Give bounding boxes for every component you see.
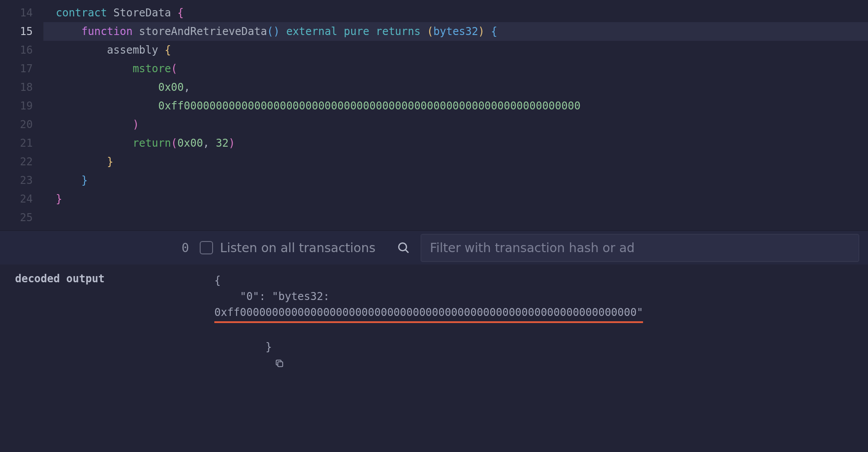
code-token: } — [81, 174, 88, 187]
code-line[interactable]: contract StoreData { — [43, 4, 868, 22]
decoded-output-body: { "0": "bytes32: 0xff0000000000000000000… — [214, 273, 853, 387]
code-token: StoreData — [113, 7, 171, 19]
code-token: returns — [376, 25, 420, 38]
code-token — [56, 100, 158, 112]
code-token: function — [81, 25, 133, 38]
code-token: 0xff000000000000000000000000000000000000… — [158, 100, 581, 112]
svg-point-0 — [399, 243, 407, 251]
code-token — [56, 137, 132, 149]
panel-toolbar: 0 Listen on all transactions — [0, 231, 868, 265]
code-token: { — [491, 25, 497, 38]
code-token — [132, 25, 139, 38]
listen-all-checkbox-wrap[interactable]: Listen on all transactions — [200, 241, 376, 255]
code-token — [337, 25, 344, 38]
code-line[interactable] — [43, 208, 868, 227]
code-token: ) — [478, 25, 484, 38]
line-number: 21 — [0, 134, 43, 152]
code-line[interactable]: function storeAndRetrieveData() external… — [43, 22, 868, 41]
code-token: return — [132, 137, 171, 149]
code-token — [56, 156, 107, 168]
code-editor[interactable]: 141516171819202122232425 contract StoreD… — [0, 0, 868, 230]
filter-input[interactable] — [421, 234, 859, 262]
code-token — [56, 25, 81, 38]
code-line[interactable]: } — [43, 171, 868, 190]
code-token: assembly — [107, 44, 159, 56]
code-token: 32 — [216, 137, 229, 149]
code-token: ( — [427, 25, 433, 38]
output-brace-close: } — [214, 323, 853, 387]
code-token: } — [56, 193, 62, 205]
code-token: mstore — [132, 62, 171, 75]
line-number: 23 — [0, 171, 43, 190]
transaction-count: 0 — [182, 241, 189, 255]
copy-icon[interactable] — [275, 358, 284, 368]
line-number: 20 — [0, 115, 43, 134]
line-number: 25 — [0, 208, 43, 227]
code-token: ) — [273, 25, 279, 38]
code-token: ( — [171, 137, 177, 149]
svg-rect-2 — [278, 362, 283, 366]
code-token: 0x00 — [178, 137, 203, 149]
code-token — [56, 44, 107, 56]
line-number: 24 — [0, 190, 43, 208]
output-value-line: 0xff000000000000000000000000000000000000… — [214, 304, 853, 323]
code-token — [209, 137, 216, 149]
code-token: external — [286, 25, 337, 38]
decoded-output-section: decoded output { "0": "bytes32: 0xff0000… — [0, 265, 868, 405]
code-token — [56, 81, 158, 94]
code-token — [56, 118, 132, 131]
code-token: storeAndRetrieveData — [139, 25, 267, 38]
code-token: , — [184, 81, 190, 94]
line-number: 14 — [0, 4, 43, 22]
code-token — [421, 25, 427, 38]
code-line[interactable]: assembly { — [43, 41, 868, 59]
line-number: 19 — [0, 97, 43, 115]
code-token: ( — [267, 25, 273, 38]
line-number-gutter: 141516171819202122232425 — [0, 0, 43, 230]
code-token — [484, 25, 491, 38]
code-token: ( — [171, 62, 177, 75]
code-area[interactable]: contract StoreData { function storeAndRe… — [43, 0, 868, 230]
line-number: 16 — [0, 41, 43, 59]
listen-all-label: Listen on all transactions — [220, 241, 376, 255]
code-token: ) — [229, 137, 235, 149]
code-token: { — [178, 7, 184, 19]
code-token — [280, 25, 286, 38]
code-token — [56, 62, 132, 75]
code-line[interactable]: 0xff000000000000000000000000000000000000… — [43, 97, 868, 115]
output-close-brace-text: } — [266, 341, 272, 353]
code-token — [107, 7, 113, 19]
code-line[interactable]: } — [43, 152, 868, 171]
code-token: contract — [56, 7, 107, 19]
code-line[interactable]: 0x00, — [43, 78, 868, 97]
svg-line-1 — [406, 250, 409, 253]
line-number: 18 — [0, 78, 43, 97]
code-token — [171, 7, 177, 19]
code-line[interactable]: mstore( — [43, 59, 868, 78]
output-value-underlined: 0xff000000000000000000000000000000000000… — [214, 304, 643, 323]
line-number: 22 — [0, 152, 43, 171]
code-token: } — [107, 156, 113, 168]
code-token: bytes32 — [434, 25, 478, 38]
code-line[interactable]: } — [43, 190, 868, 208]
output-key-line: "0": "bytes32: — [214, 288, 853, 304]
code-token: { — [165, 44, 171, 56]
line-number: 17 — [0, 59, 43, 78]
code-token — [56, 174, 81, 187]
terminal-panel: 0 Listen on all transactions decoded out… — [0, 230, 868, 405]
code-line[interactable]: return(0x00, 32) — [43, 134, 868, 152]
code-token: ) — [132, 118, 139, 131]
code-line[interactable]: ) — [43, 115, 868, 134]
code-token: 0x00 — [158, 81, 184, 94]
output-brace-open: { — [214, 273, 853, 288]
code-token — [158, 44, 164, 56]
decoded-output-label: decoded output — [15, 273, 112, 387]
search-icon[interactable] — [397, 241, 410, 254]
code-token: , — [203, 137, 209, 149]
code-token: pure — [344, 25, 369, 38]
listen-all-checkbox[interactable] — [200, 241, 213, 254]
code-token — [369, 25, 376, 38]
line-number: 15 — [0, 22, 43, 41]
